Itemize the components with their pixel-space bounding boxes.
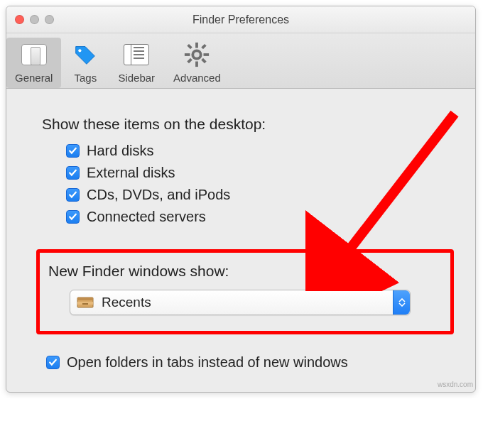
watermark-text: wsxdn.com (438, 381, 473, 388)
checkbox-icon (66, 144, 80, 158)
switch-icon (20, 40, 48, 69)
check-label: Connected servers (87, 209, 206, 225)
finder-preferences-window: Finder Preferences General Tags Sidebar … (6, 6, 476, 393)
titlebar: Finder Preferences (6, 6, 475, 33)
checkbox-icon (66, 210, 80, 224)
window-title: Finder Preferences (6, 13, 475, 26)
svg-rect-7 (202, 58, 207, 63)
svg-rect-2 (196, 43, 199, 48)
check-hard-disks[interactable]: Hard disks (66, 143, 454, 159)
desktop-items-list: Hard disks External disks CDs, DVDs, and… (66, 143, 454, 225)
check-label: CDs, DVDs, and iPods (87, 187, 230, 203)
svg-rect-12 (77, 297, 93, 300)
tab-tags-label: Tags (75, 72, 97, 84)
new-window-heading: New Finder windows show: (48, 263, 438, 280)
preferences-toolbar: General Tags Sidebar Advanced (6, 33, 475, 89)
minimize-icon[interactable] (30, 15, 39, 24)
tab-general-label: General (15, 72, 53, 84)
check-label: Open folders in tabs instead of new wind… (67, 354, 348, 371)
tab-advanced-label: Advanced (173, 72, 221, 84)
highlight-annotation: New Finder windows show: Recents (36, 249, 454, 334)
desktop-items-heading: Show these items on the desktop: (42, 116, 454, 133)
zoom-icon[interactable] (45, 15, 54, 24)
checkbox-icon (66, 166, 80, 180)
svg-rect-8 (202, 44, 207, 49)
chevron-updown-icon (393, 290, 410, 315)
close-icon[interactable] (15, 15, 24, 24)
svg-rect-4 (185, 53, 190, 56)
check-label: Hard disks (87, 143, 153, 159)
traffic-lights (15, 15, 54, 24)
svg-rect-3 (196, 62, 199, 67)
svg-rect-6 (188, 44, 192, 49)
check-open-in-tabs[interactable]: Open folders in tabs instead of new wind… (46, 354, 454, 371)
checkbox-icon (66, 188, 80, 202)
check-connected-servers[interactable]: Connected servers (66, 209, 454, 225)
gear-icon (183, 40, 211, 69)
svg-rect-9 (188, 58, 192, 63)
check-external-disks[interactable]: External disks (66, 165, 454, 181)
svg-rect-5 (204, 53, 210, 56)
popup-selected-label: Recents (102, 295, 151, 310)
check-cds-dvds-ipods[interactable]: CDs, DVDs, and iPods (66, 187, 454, 203)
recents-drawer-icon (76, 295, 94, 310)
tab-sidebar[interactable]: Sidebar (109, 38, 163, 88)
checkbox-icon (46, 356, 60, 369)
tab-general[interactable]: General (6, 38, 61, 88)
sidebar-icon (122, 40, 151, 69)
tab-sidebar-label: Sidebar (118, 72, 155, 84)
tag-icon (71, 40, 99, 69)
svg-point-10 (195, 52, 200, 58)
svg-point-0 (79, 49, 82, 52)
check-label: External disks (87, 165, 175, 181)
tab-advanced[interactable]: Advanced (165, 38, 229, 88)
tab-tags[interactable]: Tags (63, 38, 108, 88)
new-window-popup[interactable]: Recents (70, 290, 411, 315)
svg-rect-14 (82, 303, 88, 305)
content-pane: Show these items on the desktop: Hard di… (6, 89, 475, 392)
